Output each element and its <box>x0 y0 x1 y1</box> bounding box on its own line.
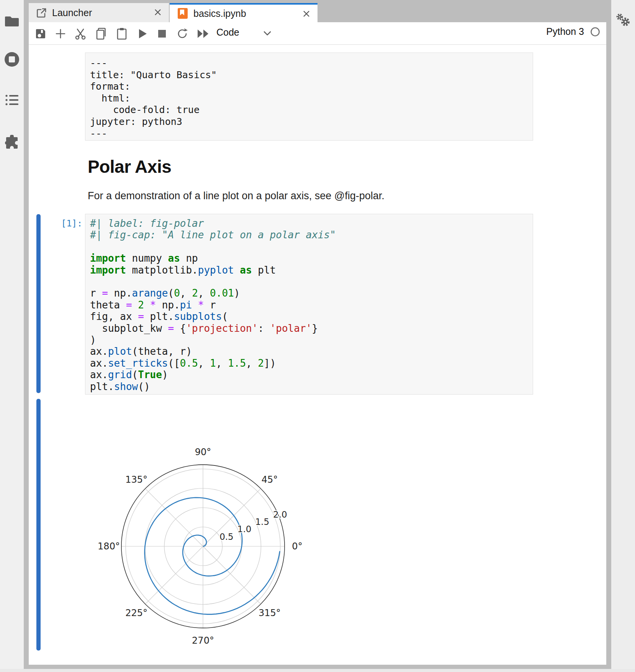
run-cell-button[interactable] <box>136 27 149 40</box>
list-icon <box>5 94 18 106</box>
window-bottom-edge <box>0 669 635 672</box>
kernel-status-icon <box>590 27 600 37</box>
tab-label: Launcher <box>52 7 92 18</box>
paste-icon <box>116 28 127 40</box>
svg-text:1.5: 1.5 <box>255 517 269 527</box>
svg-text:1.0: 1.0 <box>237 524 252 534</box>
svg-text:0.5: 0.5 <box>219 532 234 542</box>
tab-bar: Launcher basics.ipynb <box>29 3 606 22</box>
sidebar-item-running-kernels[interactable] <box>0 46 24 73</box>
svg-text:315°: 315° <box>259 608 281 618</box>
tab-label: basics.ipynb <box>193 8 246 19</box>
stop-icon <box>157 29 167 38</box>
property-inspector-button[interactable] <box>611 8 635 34</box>
fast-forward-icon <box>196 29 209 39</box>
cell-type-dropdown[interactable]: Code <box>216 27 285 41</box>
sidebar-item-file-browser[interactable] <box>0 8 24 34</box>
restart-kernel-button[interactable] <box>176 27 189 40</box>
notebook-scroll-area: --- title: "Quarto Basics" format: html:… <box>29 45 606 665</box>
close-icon <box>154 8 162 16</box>
cell-output-area: 0°45°90°135°180°225°270°315°0.51.01.52.0 <box>88 429 318 648</box>
notebook-toolbar: Code Python 3 <box>29 22 606 45</box>
restart-run-all-button[interactable] <box>196 27 209 40</box>
svg-text:2.0: 2.0 <box>273 510 287 520</box>
polar-plot-output: 0°45°90°135°180°225°270°315°0.51.01.52.0 <box>88 429 318 648</box>
restart-icon <box>177 28 188 39</box>
close-tab-button[interactable] <box>302 10 311 18</box>
svg-text:270°: 270° <box>192 635 214 646</box>
tab-launcher[interactable]: Launcher <box>29 3 169 22</box>
close-icon <box>302 10 311 18</box>
sidebar-item-table-of-contents[interactable] <box>0 87 24 113</box>
gears-icon <box>614 12 632 30</box>
execution-count: [1]: <box>43 218 82 228</box>
copy-icon <box>95 28 107 40</box>
code-text: #| label: fig-polar#| fig-cap: "A line p… <box>85 214 533 396</box>
jupyterlab-window: Launcher basics.ipynb <box>0 0 635 672</box>
markdown-paragraph: For a demonstration of a line plot on a … <box>88 190 385 202</box>
svg-text:180°: 180° <box>98 541 120 552</box>
save-icon <box>35 28 46 39</box>
kernel-name: Python 3 <box>546 26 584 37</box>
tab-notebook[interactable]: basics.ipynb <box>170 3 318 22</box>
sidebar-item-extensions[interactable] <box>0 129 24 156</box>
svg-text:90°: 90° <box>195 447 211 457</box>
copy-cells-button[interactable] <box>95 27 108 40</box>
svg-text:225°: 225° <box>125 608 147 618</box>
right-sidebar <box>611 0 635 672</box>
launcher-icon <box>36 8 47 18</box>
stop-circle-icon <box>4 51 20 67</box>
svg-text:0°: 0° <box>292 541 302 552</box>
code-cell-collapser[interactable] <box>36 214 41 393</box>
kernel-indicator[interactable]: Python 3 <box>546 26 600 37</box>
svg-text:45°: 45° <box>262 474 278 485</box>
markdown-heading: Polar Axis <box>88 156 171 177</box>
folder-icon <box>5 15 19 27</box>
main-dock-panel: Launcher basics.ipynb <box>29 3 606 665</box>
run-icon <box>137 28 147 39</box>
insert-cell-button[interactable] <box>54 27 67 40</box>
stop-kernel-button[interactable] <box>155 27 169 40</box>
left-activity-bar <box>0 0 24 672</box>
code-cell-editor[interactable]: #| label: fig-polar#| fig-cap: "A line p… <box>85 214 533 395</box>
yaml-frontmatter-text: --- title: "Quarto Basics" format: html:… <box>85 53 533 144</box>
cell-type-value: Code <box>216 27 239 38</box>
notebook-icon <box>177 8 188 19</box>
output-collapser[interactable] <box>36 399 41 651</box>
puzzle-icon <box>5 135 19 149</box>
cut-cells-button[interactable] <box>74 27 87 40</box>
save-button[interactable] <box>34 27 47 40</box>
scissors-icon <box>74 28 87 40</box>
plus-icon <box>55 28 66 39</box>
close-tab-button[interactable] <box>154 8 162 16</box>
chevron-down-icon <box>263 31 272 36</box>
svg-text:135°: 135° <box>125 474 147 485</box>
paste-cells-button[interactable] <box>115 27 128 40</box>
raw-cell-yaml[interactable]: --- title: "Quarto Basics" format: html:… <box>85 52 533 141</box>
